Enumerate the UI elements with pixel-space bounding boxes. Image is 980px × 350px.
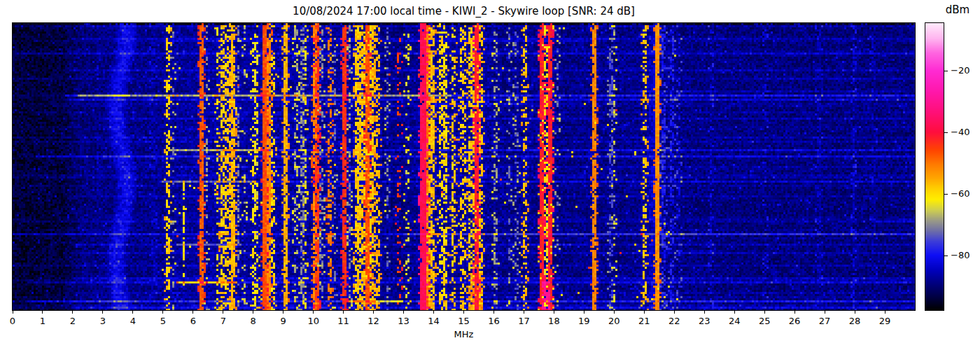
x-tick-label: 0 (2, 316, 23, 326)
chart-title: 10/08/2024 17:00 local time - KIWI_2 - S… (13, 5, 915, 18)
x-tick-mark (524, 311, 524, 314)
x-tick-label: 11 (333, 316, 354, 326)
x-tick-label: 27 (814, 316, 835, 326)
x-tick-label: 20 (603, 316, 624, 326)
x-tick-label: 24 (724, 316, 745, 326)
x-tick-mark (674, 311, 675, 314)
colorbar-tick-mark (944, 194, 948, 195)
x-tick-mark (554, 311, 554, 314)
x-tick-mark (42, 311, 43, 314)
x-tick-label: 19 (573, 316, 594, 326)
spectrogram-canvas (13, 23, 915, 310)
x-tick-mark (825, 311, 825, 314)
x-tick-mark (794, 311, 795, 314)
x-tick-label: 5 (153, 316, 174, 326)
colorbar-tick-mark (944, 71, 948, 71)
x-tick-label: 23 (694, 316, 715, 326)
x-tick-label: 4 (122, 316, 144, 326)
x-tick-label: 17 (513, 316, 534, 326)
x-tick-mark (132, 311, 133, 314)
x-tick-mark (13, 311, 13, 314)
colorbar-tick-label: −80 (951, 250, 969, 260)
x-tick-mark (192, 311, 193, 314)
x-tick-mark (72, 311, 73, 314)
x-tick-mark (644, 311, 645, 314)
x-tick-mark (704, 311, 705, 314)
x-tick-label: 29 (874, 316, 895, 326)
colorbar-tick-label: −20 (951, 65, 969, 76)
x-tick-label: 1 (32, 316, 53, 326)
colorbar-tick-label: −40 (951, 127, 969, 137)
x-tick-label: 8 (243, 316, 264, 326)
colorbar-gradient-canvas (925, 23, 944, 310)
x-tick-mark (614, 311, 615, 314)
x-tick-mark (885, 311, 886, 314)
colorbar (925, 22, 944, 311)
x-tick-mark (343, 311, 344, 314)
x-tick-label: 25 (754, 316, 775, 326)
x-tick-label: 3 (92, 316, 113, 326)
x-tick-label: 15 (454, 316, 475, 326)
x-tick-mark (584, 311, 584, 314)
x-tick-mark (764, 311, 765, 314)
x-tick-label: 9 (273, 316, 294, 326)
x-tick-mark (373, 311, 374, 314)
x-tick-mark (102, 311, 103, 314)
x-tick-mark (734, 311, 735, 314)
x-tick-mark (253, 311, 253, 314)
x-tick-label: 14 (424, 316, 444, 326)
colorbar-label: dBm (937, 4, 979, 16)
colorbar-tick-mark (944, 255, 948, 256)
spectrogram-figure: 10/08/2024 17:00 local time - KIWI_2 - S… (0, 0, 980, 350)
x-tick-mark (403, 311, 404, 314)
colorbar-tick-mark (944, 132, 948, 133)
x-tick-mark (433, 311, 434, 314)
x-tick-label: 2 (62, 316, 83, 326)
x-tick-mark (283, 311, 284, 314)
x-tick-label: 21 (634, 316, 654, 326)
x-tick-label: 10 (303, 316, 324, 326)
plot-area (12, 22, 916, 311)
x-tick-label: 13 (393, 316, 414, 326)
x-tick-mark (855, 311, 855, 314)
colorbar-tick-label: −60 (951, 188, 969, 199)
x-tick-mark (463, 311, 464, 314)
x-tick-label: 26 (784, 316, 805, 326)
x-tick-label: 22 (664, 316, 685, 326)
x-tick-mark (223, 311, 223, 314)
x-tick-label: 6 (183, 316, 204, 326)
x-tick-mark (493, 311, 494, 314)
x-tick-mark (313, 311, 314, 314)
x-tick-label: 16 (483, 316, 504, 326)
x-tick-mark (162, 311, 163, 314)
x-tick-label: 7 (213, 316, 234, 326)
x-tick-label: 28 (844, 316, 865, 326)
x-tick-label: 12 (363, 316, 384, 326)
x-axis-label: MHz (13, 329, 915, 340)
x-tick-label: 18 (543, 316, 564, 326)
